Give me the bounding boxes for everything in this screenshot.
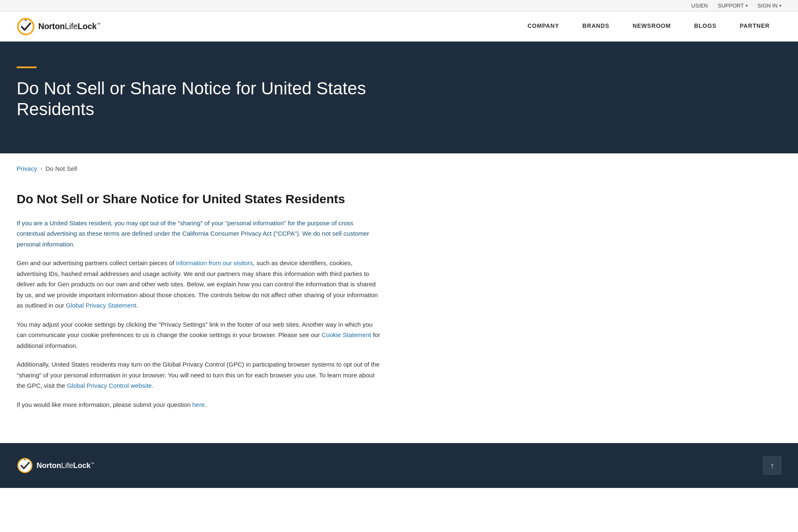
para2-text-end: .	[136, 302, 138, 309]
breadcrumb-current: Do Not Sell	[46, 165, 77, 172]
main-content: Do Not Sell or Share Notice for United S…	[0, 184, 399, 443]
para2-link1[interactable]: information from our visitors	[176, 259, 253, 266]
locale-selector[interactable]: US/EN	[691, 2, 708, 9]
para4-text-end: .	[152, 382, 153, 389]
sign-in-menu[interactable]: SIGN IN ▾	[758, 2, 781, 9]
para5-link[interactable]: here	[192, 401, 205, 408]
footer-norton-logo-icon	[17, 457, 33, 474]
logo[interactable]: NortonLifeLock™	[17, 17, 101, 36]
nav-item-brands[interactable]: BRANDS	[571, 12, 621, 42]
para5-text-start: If you would like more information, plea…	[17, 401, 192, 408]
para3-link[interactable]: Cookie Statement	[322, 331, 371, 338]
footer-logo[interactable]: NortonLifeLock™	[17, 457, 94, 474]
content-para-4: Additionally, United States residents ma…	[17, 359, 382, 391]
content-title: Do Not Sell or Share Notice for United S…	[17, 192, 382, 206]
nav-item-newsroom[interactable]: NEWSROOM	[621, 12, 682, 42]
hero-accent-bar	[17, 66, 37, 68]
para3-text-start: You may adjust your cookie settings by c…	[17, 321, 372, 339]
utility-bar: US/EN SUPPORT ▾ SIGN IN ▾	[0, 0, 798, 12]
breadcrumb: Privacy › Do Not Sell	[0, 153, 798, 184]
footer: NortonLifeLock™ ↑	[0, 443, 798, 488]
footer-logo-text: NortonLifeLock™	[37, 461, 94, 470]
hero-section: Do Not Sell or Share Notice for United S…	[0, 42, 798, 153]
content-para-2: Gen and our advertising partners collect…	[17, 258, 382, 311]
para4-link[interactable]: Global Privacy Control website	[67, 382, 152, 389]
main-nav: COMPANY BRANDS NEWSROOM BLOGS PARTNER	[516, 12, 781, 42]
support-chevron-icon: ▾	[746, 3, 748, 8]
nav-item-company[interactable]: COMPANY	[516, 12, 571, 42]
para2-text-start: Gen and our advertising partners collect…	[17, 259, 176, 266]
sign-in-chevron-icon: ▾	[779, 3, 781, 8]
svg-point-3	[19, 459, 32, 472]
para5-text-end: .	[205, 401, 207, 408]
nav-item-partner[interactable]: PARTNER	[728, 12, 781, 42]
breadcrumb-privacy-link[interactable]: Privacy	[17, 165, 37, 172]
breadcrumb-separator: ›	[40, 165, 42, 172]
content-para-1: If you are a United States resident, you…	[17, 218, 382, 250]
content-para-5: If you would like more information, plea…	[17, 399, 382, 410]
logo-text: NortonLifeLock™	[38, 22, 101, 31]
scroll-to-top-button[interactable]: ↑	[763, 456, 781, 475]
svg-point-1	[19, 20, 33, 34]
content-para-3: You may adjust your cookie settings by c…	[17, 319, 382, 351]
para2-link2[interactable]: Global Privacy Statement	[66, 302, 136, 309]
nav-item-blogs[interactable]: BLOGS	[682, 12, 728, 42]
hero-title: Do Not Sell or Share Notice for United S…	[17, 78, 391, 120]
norton-logo-icon	[17, 17, 35, 36]
support-menu[interactable]: SUPPORT ▾	[718, 2, 748, 9]
header: NortonLifeLock™ COMPANY BRANDS NEWSROOM …	[0, 12, 798, 42]
